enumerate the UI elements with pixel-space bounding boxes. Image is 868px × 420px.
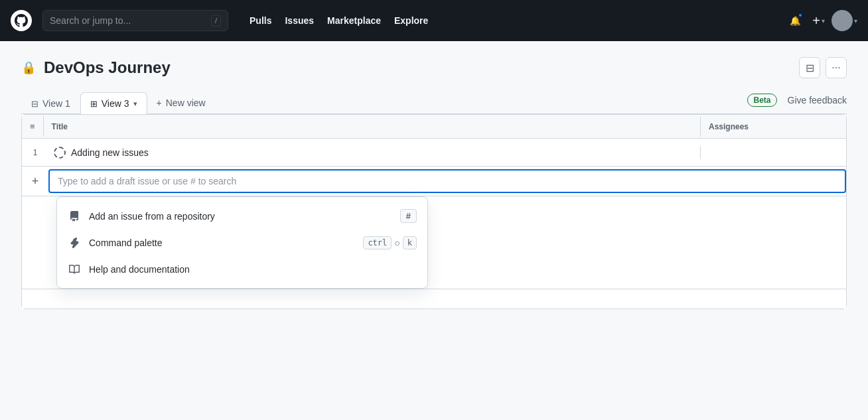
topnav-links: Pulls Issues Marketplace Explore xyxy=(244,11,433,30)
tabs: ⊟ View 1 ⊞ View 3 ▾ + New view xyxy=(21,92,215,113)
draft-issue-input[interactable] xyxy=(48,169,846,193)
tab-chevron-icon: ▾ xyxy=(133,100,137,108)
beta-badge: Beta xyxy=(747,94,776,107)
assignees-column-header: Assignees xyxy=(700,117,846,137)
repo-icon xyxy=(68,210,81,223)
page-content: 🔒 DevOps Journey ⊟ ··· ⊟ View 1 ⊞ View 3… xyxy=(0,41,868,420)
grid-icon: ⊞ xyxy=(90,99,98,109)
project-title-group: 🔒 DevOps Journey xyxy=(21,58,171,77)
bolt-icon xyxy=(68,236,81,249)
hash-badge: # xyxy=(400,209,417,223)
explore-link[interactable]: Explore xyxy=(389,11,433,30)
row-number: 1 xyxy=(22,148,48,157)
search-bar[interactable]: Search or jump to... / xyxy=(42,10,228,31)
create-button[interactable]: + ▾ xyxy=(808,11,829,31)
add-row-plus-button[interactable]: + xyxy=(22,167,48,196)
filter-button[interactable]: ≡ xyxy=(22,116,44,137)
pulls-link[interactable]: Pulls xyxy=(244,11,277,30)
avatar-button[interactable]: ▾ xyxy=(832,10,857,31)
kbd-separator: ○ xyxy=(394,238,399,248)
command-palette-label: Command palette xyxy=(89,238,355,248)
project-header-actions: ⊟ ··· xyxy=(799,57,847,78)
github-logo[interactable] xyxy=(11,10,32,31)
avatar-chevron-icon: ▾ xyxy=(854,17,857,25)
give-feedback-link[interactable]: Give feedback xyxy=(788,95,847,105)
table-icon: ⊟ xyxy=(31,99,38,109)
avatar xyxy=(832,10,853,31)
help-docs-label: Help and documentation xyxy=(89,264,417,275)
notifications-button[interactable]: 🔔 xyxy=(784,10,806,31)
layout-icon: ⊟ xyxy=(806,62,814,74)
tabs-right: Beta Give feedback xyxy=(747,94,847,112)
add-row: + xyxy=(22,167,846,196)
command-palette-shortcut: ctrl ○ k xyxy=(363,236,417,249)
notification-dot xyxy=(798,13,803,18)
search-kbd: / xyxy=(211,15,221,27)
tab-new-view[interactable]: + New view xyxy=(147,92,215,113)
book-icon xyxy=(68,263,81,276)
tabs-container: ⊟ View 1 ⊞ View 3 ▾ + New view Beta Give… xyxy=(21,92,847,114)
table-header: ≡ Title Assignees xyxy=(22,115,846,139)
row-title: Adding new issues xyxy=(71,147,149,158)
title-column-header: Title xyxy=(44,117,700,137)
add-issue-shortcut: # xyxy=(400,209,417,223)
tab-view3[interactable]: ⊞ View 3 ▾ xyxy=(80,92,147,114)
table-footer xyxy=(22,289,846,309)
chevron-down-icon: ▾ xyxy=(822,17,825,25)
ctrl-kbd: ctrl xyxy=(363,236,392,249)
draft-icon xyxy=(54,147,66,159)
topnav-actions: 🔔 + ▾ ▾ xyxy=(784,10,857,31)
search-placeholder: Search or jump to... xyxy=(50,15,131,26)
tab-view1[interactable]: ⊟ View 1 xyxy=(21,92,80,114)
more-options-button[interactable]: ··· xyxy=(826,57,847,78)
row-content[interactable]: Adding new issues xyxy=(48,140,700,165)
add-issue-label: Add an issue from a repository xyxy=(89,211,392,222)
layout-button[interactable]: ⊟ xyxy=(799,57,820,78)
help-docs-item[interactable]: Help and documentation xyxy=(57,256,427,283)
issues-link[interactable]: Issues xyxy=(279,11,319,30)
dropdown-menu: Add an issue from a repository # Command… xyxy=(56,196,428,289)
project-header: 🔒 DevOps Journey ⊟ ··· xyxy=(21,57,847,78)
filter-icon: ≡ xyxy=(30,121,35,131)
table-container: ≡ Title Assignees 1 Adding new issues + xyxy=(21,114,847,309)
new-view-label: New view xyxy=(166,98,206,108)
tab-view3-label: View 3 xyxy=(102,98,129,109)
tab-view1-label: View 1 xyxy=(42,98,70,109)
topnav: Search or jump to... / Pulls Issues Mark… xyxy=(0,0,868,41)
project-title: DevOps Journey xyxy=(44,58,171,77)
add-issue-from-repo-item[interactable]: Add an issue from a repository # xyxy=(57,202,427,230)
marketplace-link[interactable]: Marketplace xyxy=(322,11,386,30)
k-kbd: k xyxy=(403,236,417,249)
table-row: 1 Adding new issues xyxy=(22,139,846,167)
plus-icon: + xyxy=(157,98,162,108)
ellipsis-icon: ··· xyxy=(832,62,840,74)
lock-icon: 🔒 xyxy=(21,60,36,75)
plus-icon: + xyxy=(812,13,820,29)
row-assignees xyxy=(700,146,846,159)
command-palette-item[interactable]: Command palette ctrl ○ k xyxy=(57,230,427,256)
